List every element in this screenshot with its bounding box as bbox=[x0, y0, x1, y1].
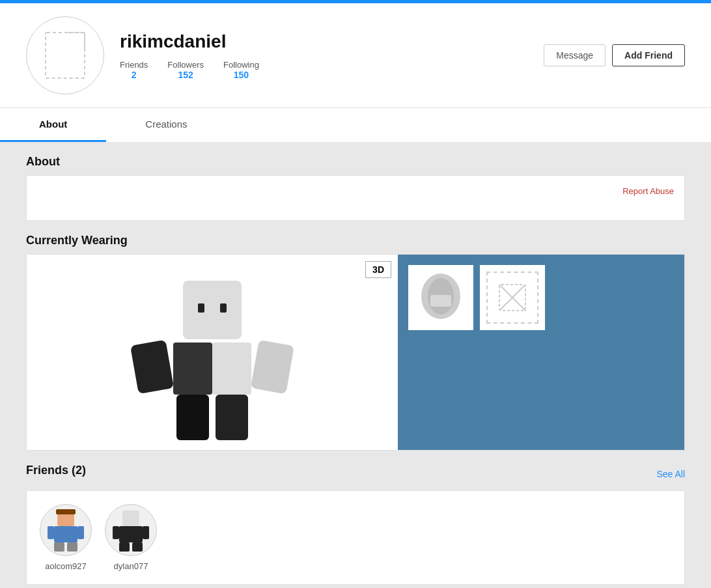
svg-rect-13 bbox=[430, 295, 451, 307]
following-stat[interactable]: Following 150 bbox=[223, 60, 259, 80]
svg-rect-21 bbox=[77, 526, 84, 539]
svg-rect-3 bbox=[220, 303, 227, 313]
btn-3d[interactable]: 3D bbox=[365, 261, 391, 278]
following-label: Following bbox=[223, 60, 259, 70]
header-actions: Message Add Friend bbox=[544, 44, 685, 66]
tabs-bar: About Creations bbox=[0, 107, 711, 142]
svg-rect-9 bbox=[176, 395, 209, 440]
profile-info: rikimcdaniel Friends 2 Followers 152 Fol… bbox=[120, 31, 259, 80]
followers-stat[interactable]: Followers 152 bbox=[167, 60, 204, 80]
friends-box: aolcom927 bbox=[26, 490, 685, 585]
avatar bbox=[26, 16, 104, 94]
add-friend-button[interactable]: Add Friend bbox=[612, 44, 685, 66]
username: rikimcdaniel bbox=[120, 31, 259, 52]
svg-rect-19 bbox=[54, 526, 77, 542]
svg-rect-0 bbox=[46, 33, 85, 78]
friend-item[interactable]: aolcom927 bbox=[40, 504, 92, 571]
items-panel bbox=[398, 255, 684, 450]
character-view: 3D bbox=[27, 255, 398, 450]
profile-header: rikimcdaniel Friends 2 Followers 152 Fol… bbox=[0, 3, 711, 107]
friends-title: Friends (2) bbox=[26, 464, 86, 477]
svg-rect-2 bbox=[198, 303, 204, 313]
avatar-placeholder-icon bbox=[42, 29, 88, 81]
svg-rect-6 bbox=[212, 343, 251, 395]
item-thumb-1[interactable] bbox=[408, 265, 473, 330]
svg-rect-28 bbox=[119, 542, 130, 552]
about-box: Report Abuse bbox=[26, 175, 685, 221]
friend-name-2: dylan077 bbox=[114, 561, 148, 571]
svg-rect-27 bbox=[143, 526, 149, 539]
svg-rect-10 bbox=[216, 395, 248, 440]
character-svg bbox=[115, 261, 310, 443]
currently-wearing-title: Currently Wearing bbox=[26, 234, 685, 247]
content-area: About Report Abuse Currently Wearing bbox=[0, 142, 711, 588]
friend-item[interactable]: dylan077 bbox=[105, 504, 157, 571]
item-thumb-2[interactable] bbox=[480, 265, 545, 330]
friends-count: 2 bbox=[120, 70, 148, 80]
friends-stat[interactable]: Friends 2 bbox=[120, 60, 148, 80]
friend-name-1: aolcom927 bbox=[45, 561, 87, 571]
svg-rect-24 bbox=[122, 511, 139, 526]
item-face-icon bbox=[415, 272, 467, 324]
friends-section: Friends (2) See All bbox=[26, 464, 685, 585]
tab-creations[interactable]: Creations bbox=[106, 108, 226, 142]
following-count: 150 bbox=[223, 70, 259, 80]
about-title: About bbox=[26, 155, 685, 169]
svg-rect-18 bbox=[56, 509, 76, 514]
stats: Friends 2 Followers 152 Following 150 bbox=[120, 60, 259, 80]
friends-label: Friends bbox=[120, 60, 148, 70]
svg-rect-20 bbox=[48, 526, 54, 539]
currently-wearing-section: Currently Wearing bbox=[26, 234, 685, 451]
svg-rect-25 bbox=[119, 526, 143, 542]
see-all-link[interactable]: See All bbox=[656, 469, 685, 479]
friend-avatar-2 bbox=[105, 504, 157, 556]
svg-rect-22 bbox=[54, 542, 64, 552]
svg-rect-7 bbox=[130, 340, 174, 394]
followers-count: 152 bbox=[167, 70, 204, 80]
svg-rect-23 bbox=[67, 542, 77, 552]
svg-rect-1 bbox=[183, 281, 242, 339]
friend-2-avatar-icon bbox=[108, 507, 154, 553]
svg-rect-8 bbox=[251, 340, 294, 394]
message-button[interactable]: Message bbox=[544, 44, 606, 66]
friend-avatar-1 bbox=[40, 504, 92, 556]
friends-header: Friends (2) See All bbox=[26, 464, 685, 484]
no-image-placeholder-icon bbox=[496, 281, 529, 314]
svg-rect-5 bbox=[173, 343, 212, 395]
followers-label: Followers bbox=[167, 60, 204, 70]
svg-rect-26 bbox=[113, 526, 119, 539]
tab-about[interactable]: About bbox=[0, 108, 106, 142]
report-abuse-link[interactable]: Report Abuse bbox=[37, 186, 674, 196]
svg-rect-29 bbox=[132, 542, 143, 552]
wearing-container: 3D bbox=[26, 254, 685, 451]
friend-1-avatar-icon bbox=[43, 507, 89, 553]
no-image-icon bbox=[486, 272, 538, 324]
